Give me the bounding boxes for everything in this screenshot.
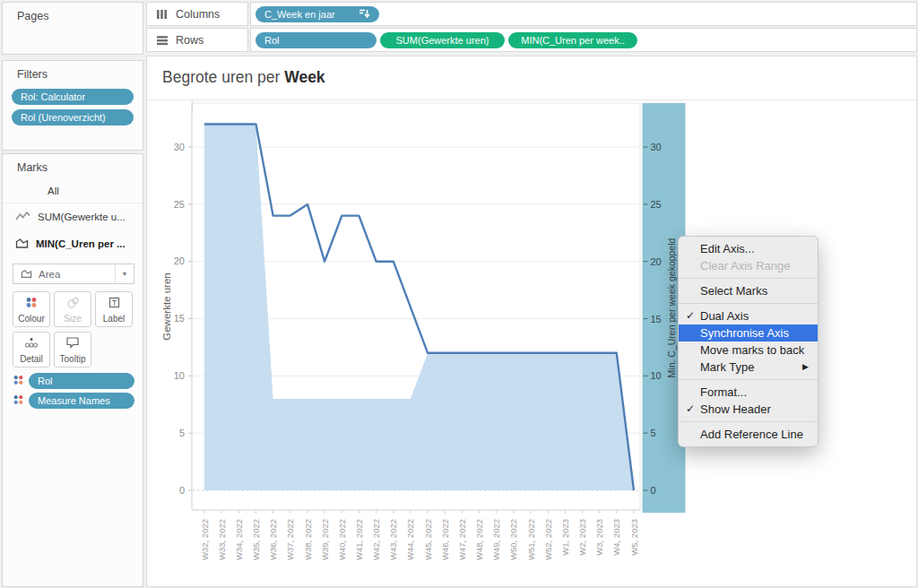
left-axis-title[interactable]: Gewerkte uren [161,272,172,340]
menu-item-label: Dual Axis [700,309,749,323]
right-tick-label: 5 [651,428,656,438]
columns-shelf-label-box: Columns [146,2,248,26]
x-tick-label[interactable]: W1, 2023 [560,519,570,556]
x-tick-label[interactable]: W36, 2022 [268,519,278,560]
rows-shelf[interactable]: RolSUM(Gewerkte uren)MIN(C_Uren per week… [250,28,917,52]
right-axis-title[interactable]: Min. C_Uren per week gekoppeld [666,238,677,377]
x-tick-label[interactable]: W46, 2022 [440,519,450,560]
x-tick-label[interactable]: W51, 2022 [526,519,536,560]
pill-min-c-uren-per-week[interactable]: MIN(C_Uren per week.. [508,32,637,48]
sort-icon[interactable] [359,9,370,19]
menu-item-label: Mark Type [700,360,754,374]
x-tick-label[interactable]: W44, 2022 [405,519,415,560]
rows-icon [156,35,169,46]
menu-separator [679,278,818,279]
detail-button[interactable]: Detail [13,332,50,368]
menu-item-clear-axis-range: Clear Axis Range [679,257,818,274]
x-tick-label[interactable]: W42, 2022 [371,519,381,560]
axis-context-menu: Edit Axis...Clear Axis RangeSelect Marks… [678,236,818,447]
menu-item-format[interactable]: Format... [679,384,818,401]
x-tick-label[interactable]: W5, 2023 [629,519,639,556]
menu-item-select-marks[interactable]: Select Marks [679,282,818,299]
x-tick-label[interactable]: W32, 2022 [200,519,210,560]
x-tick-label[interactable]: W35, 2022 [251,519,261,560]
x-tick-label[interactable]: W48, 2022 [474,519,484,560]
size-button[interactable]: Size [54,291,91,327]
sheet-title-prefix: Begrote uren per [162,68,284,86]
color-dots-icon [13,393,24,409]
colour-button[interactable]: Colour [13,291,50,327]
menu-item-label: Show Header [700,402,771,416]
menu-separator [679,379,818,380]
pill-rol-marks[interactable]: Rol [29,373,134,389]
left-tick-label: 20 [174,255,185,266]
checkmark-icon: ✓ [686,401,695,418]
pill-sum-gewerkte-uren[interactable]: SUM(Gewerkte uren) [380,32,505,48]
x-tick-label[interactable]: W33, 2022 [217,519,227,560]
menu-item-move-marks-to-back[interactable]: Move marks to back [679,342,818,359]
x-tick-label[interactable]: W37, 2022 [285,519,295,560]
menu-separator [679,303,818,304]
area-mark-min-uren[interactable] [204,125,634,491]
chevron-down-icon[interactable]: ▼ [115,264,134,283]
label-button-label: Label [103,314,125,324]
filters-title: Filters [3,61,143,81]
menu-item-show-header[interactable]: ✓Show Header [679,401,818,418]
x-tick-label[interactable]: W40, 2022 [337,519,347,560]
menu-item-add-reference-line[interactable]: Add Reference Line [679,426,818,443]
tooltip-button[interactable]: Tooltip [54,332,91,368]
left-tick-label: 5 [179,428,185,438]
pill-label: Rol [38,376,53,386]
columns-icon [156,9,169,20]
sheet-title-bold: Week [284,68,325,86]
color-dots-icon [13,373,24,389]
x-tick-label[interactable]: W2, 2023 [577,519,587,556]
line-mark-icon [15,211,30,224]
pill-c-week-en-jaar[interactable]: C_Week en jaar [255,6,379,22]
menu-item-mark-type[interactable]: Mark Type▶ [679,359,818,376]
menu-item-label: Clear Axis Range [700,259,790,272]
x-tick-label[interactable]: W34, 2022 [234,519,244,560]
x-tick-label[interactable]: W50, 2022 [508,519,518,560]
x-tick-label[interactable]: W3, 2023 [594,519,604,556]
menu-item-synchronise-axis[interactable]: Synchronise Axis [679,324,818,342]
menu-item-label: Move marks to back [700,343,804,357]
svg-text:T: T [111,298,116,307]
x-tick-label[interactable]: W45, 2022 [423,519,433,560]
tooltip-icon [65,336,80,352]
pages-shelf[interactable]: Pages [2,2,143,55]
marks-tab-min-uren[interactable]: MIN(C_Uren per ... [3,230,143,257]
x-tick-label[interactable]: W43, 2022 [388,519,398,560]
area-mark-icon [15,238,29,251]
menu-item-label: Format... [700,385,747,399]
marks-tab-sum-label: SUM(Gewerkte u... [38,212,126,222]
x-tick-label[interactable]: W4, 2023 [611,519,621,556]
marks-pill-row: Measure Names [13,393,134,409]
colour-icon [25,296,38,312]
x-tick-label[interactable]: W47, 2022 [457,519,467,560]
submenu-arrow-icon: ▶ [802,359,809,376]
left-tick-label: 15 [174,313,185,324]
marks-tab-all[interactable]: All [3,179,143,203]
filters-shelf[interactable]: Filters Rol: CalculatorRol (Urenoverzich… [2,60,143,151]
filter-pill-rol-calculator[interactable]: Rol: Calculator [12,89,134,105]
x-tick-label[interactable]: W52, 2022 [543,519,553,560]
x-tick-label[interactable]: W38, 2022 [303,519,313,560]
pill-rol[interactable]: Rol [255,32,377,48]
pill-measure-names[interactable]: Measure Names [29,393,134,409]
filter-pill-rol-urenoverzicht[interactable]: Rol (Urenoverzicht) [12,109,134,125]
x-tick-label[interactable]: W41, 2022 [354,519,364,560]
marks-tab-all-label: All [48,186,59,196]
detail-button-label: Detail [20,354,43,364]
right-tick-label: 25 [651,199,662,210]
marks-tab-sum-gewerkte-uren[interactable]: SUM(Gewerkte u... [3,203,143,230]
x-tick-label[interactable]: W39, 2022 [320,519,330,560]
columns-shelf[interactable]: C_Week en jaar [250,2,917,26]
x-tick-label[interactable]: W49, 2022 [491,519,501,560]
mark-type-dropdown[interactable]: Area ▼ [13,264,134,284]
menu-item-dual-axis[interactable]: ✓Dual Axis [679,307,818,324]
label-button[interactable]: T Label [95,291,133,327]
menu-item-edit-axis[interactable]: Edit Axis... [679,240,818,257]
size-button-label: Size [64,314,81,324]
colour-button-label: Colour [18,314,44,324]
